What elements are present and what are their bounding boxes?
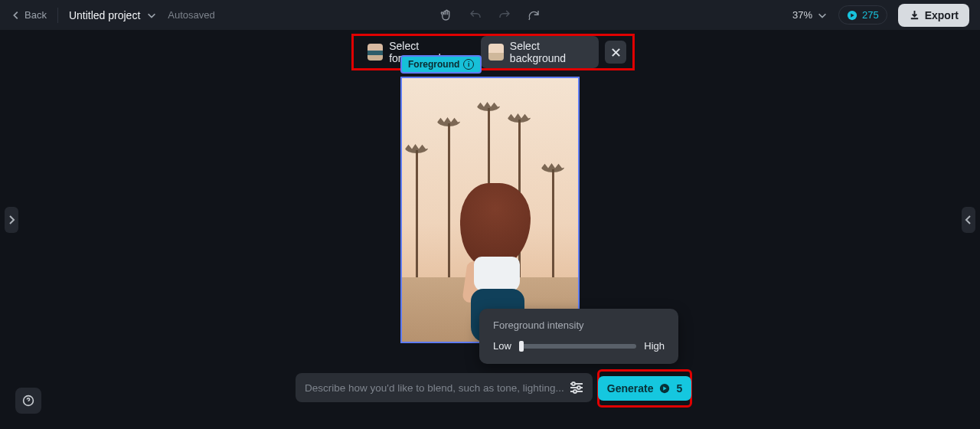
credit-coin-icon: [847, 10, 858, 21]
chevron-down-icon: [146, 10, 157, 21]
canvas-tools: [439, 8, 541, 23]
settings-sliders-button[interactable]: [570, 382, 583, 394]
foreground-thumb-icon: [368, 44, 383, 61]
foreground-badge: Foreground i: [400, 55, 482, 74]
foreground-badge-label: Foreground: [408, 59, 459, 70]
close-icon: [611, 47, 621, 57]
chevron-left-icon: [11, 10, 21, 21]
top-bar: Back Untitled project Autosaved 37% 275: [0, 0, 980, 31]
credit-coin-icon: [659, 383, 670, 394]
undo-button[interactable]: [468, 8, 483, 23]
intensity-low-label: Low: [493, 340, 511, 352]
svg-point-3: [573, 390, 577, 393]
generate-cost: 5: [676, 382, 682, 395]
sliders-icon: [570, 382, 583, 394]
slider-thumb[interactable]: [519, 341, 524, 352]
export-button[interactable]: Export: [898, 4, 969, 27]
chevron-down-icon: [817, 10, 828, 21]
back-label: Back: [24, 9, 47, 21]
help-icon: [22, 395, 34, 407]
foreground-intensity-popover: Foreground intensity Low High: [479, 309, 678, 364]
zoom-value: 37%: [792, 9, 812, 21]
intensity-high-label: High: [644, 340, 665, 352]
svg-point-1: [572, 382, 575, 385]
select-background-label: Select background: [510, 40, 591, 64]
svg-point-2: [577, 386, 580, 389]
close-selector-button[interactable]: [605, 41, 626, 64]
reset-button[interactable]: [526, 8, 541, 23]
left-panel-toggle[interactable]: [5, 207, 18, 233]
select-background-button[interactable]: Select background: [481, 36, 599, 68]
intensity-title: Foreground intensity: [493, 319, 665, 331]
background-thumb-icon: [488, 44, 504, 61]
redo-button[interactable]: [497, 8, 512, 23]
intensity-slider[interactable]: [519, 344, 636, 349]
generate-button[interactable]: Generate 5: [598, 376, 692, 401]
zoom-dropdown[interactable]: 37%: [792, 9, 828, 21]
credits-value: 275: [862, 9, 879, 21]
pan-tool[interactable]: [439, 8, 454, 23]
project-title: Untitled project: [69, 9, 140, 21]
right-panel-toggle[interactable]: [962, 207, 975, 233]
divider: [57, 8, 58, 23]
foreground-image[interactable]: [400, 77, 580, 343]
export-label: Export: [925, 9, 959, 21]
info-icon[interactable]: i: [463, 59, 474, 70]
generate-label: Generate: [607, 382, 654, 395]
generate-highlight: Generate 5: [597, 369, 692, 408]
prompt-input[interactable]: [305, 382, 564, 394]
download-icon: [909, 9, 920, 21]
project-title-dropdown[interactable]: Untitled project: [69, 9, 157, 21]
credits-pill[interactable]: 275: [838, 5, 887, 25]
chevron-right-icon: [8, 215, 15, 225]
layer-selector-group: Select foreground Select background: [351, 34, 635, 70]
chevron-left-icon: [965, 215, 972, 225]
autosave-status: Autosaved: [168, 9, 214, 21]
canvas[interactable]: Foreground i: [400, 77, 580, 343]
help-button[interactable]: [15, 388, 41, 414]
back-button[interactable]: Back: [11, 9, 47, 21]
prompt-bar: [296, 373, 593, 402]
